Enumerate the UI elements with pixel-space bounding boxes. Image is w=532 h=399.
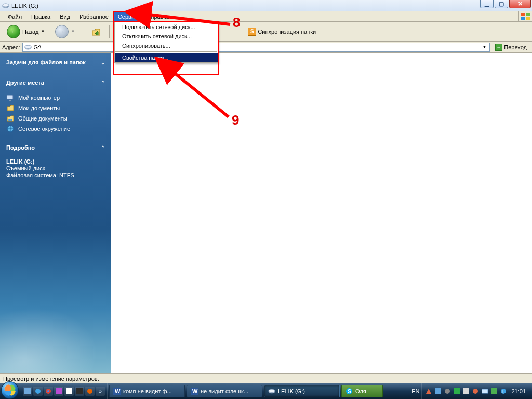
address-label: Адрес: xyxy=(2,44,20,50)
task-word-2[interactable]: W не видит флешк... xyxy=(187,385,262,397)
address-dropdown-icon[interactable]: ▼ xyxy=(481,45,488,49)
drive-icon xyxy=(268,388,275,395)
menu-file[interactable]: Файл xyxy=(3,11,26,21)
section-other-places-label: Другие места xyxy=(6,79,44,86)
task-label: не видит флешк... xyxy=(201,388,248,394)
sync-folder-button[interactable]: S Синхронизация папки xyxy=(248,28,316,36)
forward-arrow-icon: → xyxy=(55,25,69,38)
windows-flag-icon[interactable] xyxy=(518,11,532,21)
ql-ie[interactable] xyxy=(33,387,43,396)
menuitem-folder-options[interactable]: Свойства папки... xyxy=(115,53,218,62)
taskbar: » W комп не видит ф... W не видит флешк.… xyxy=(0,383,532,399)
svg-point-32 xyxy=(445,389,450,394)
section-details-head[interactable]: Подробно ⌃ xyxy=(6,144,105,151)
ql-app[interactable] xyxy=(64,387,74,396)
tray-icon[interactable] xyxy=(434,388,442,395)
back-dropdown-icon: ▼ xyxy=(41,29,45,34)
tray-icon[interactable]: i xyxy=(500,388,507,395)
section-other-places[interactable]: Другие места ⌃ xyxy=(6,79,105,86)
svg-rect-11 xyxy=(9,100,11,101)
svg-point-12 xyxy=(8,119,10,121)
section-file-tasks[interactable]: Задачи для файлов и папок ⌄ xyxy=(6,59,105,65)
menuitem-synchronize[interactable]: Синхронизовать... xyxy=(115,41,218,50)
back-label: Назад xyxy=(22,29,39,35)
menu-help[interactable]: Справка xyxy=(142,11,174,21)
svg-point-28 xyxy=(269,389,275,392)
menu-tools[interactable]: Сервис xyxy=(113,11,142,21)
language-indicator[interactable]: EN xyxy=(409,388,421,394)
task-label: комп не видит ф... xyxy=(123,388,172,394)
tray-icon[interactable] xyxy=(453,388,460,395)
toolbar-separator xyxy=(83,25,83,38)
back-arrow-icon: ← xyxy=(7,25,20,38)
svg-point-13 xyxy=(10,119,12,121)
svg-rect-34 xyxy=(463,388,469,394)
svg-rect-5 xyxy=(526,17,530,20)
address-bar: Адрес: G:\ ▼ → Переход xyxy=(0,42,532,53)
svg-rect-31 xyxy=(435,388,441,394)
svg-rect-4 xyxy=(521,17,525,20)
folder-content-area[interactable] xyxy=(111,53,532,373)
ql-show-desktop[interactable] xyxy=(23,387,32,396)
tasks-pane: Задачи для файлов и папок ⌄ Другие места… xyxy=(0,53,111,373)
task-skype[interactable]: S Оля xyxy=(341,385,383,397)
task-word-1[interactable]: W комп не видит ф... xyxy=(109,385,185,397)
window-titlebar: LELIK (G:) ▁ ▢ ✕ xyxy=(0,0,532,11)
details-title: LELIK (G:) xyxy=(6,158,105,165)
tray-icon[interactable] xyxy=(425,388,432,395)
tray-icon[interactable] xyxy=(490,388,498,395)
ql-firefox[interactable] xyxy=(85,387,95,396)
svg-point-18 xyxy=(47,390,49,392)
back-button[interactable]: ← Назад ▼ xyxy=(3,24,48,39)
window-title: LELIK (G:) xyxy=(11,3,530,9)
task-explorer[interactable]: LELIK (G:) xyxy=(264,385,340,397)
place-label: Общие документы xyxy=(18,115,68,122)
details-filesystem: Файловая система: NTFS xyxy=(6,172,105,178)
tray-icon[interactable] xyxy=(481,388,488,395)
taskbar-tasks: W комп не видит ф... W не видит флешк...… xyxy=(108,383,409,399)
ql-chevron[interactable]: » xyxy=(96,387,105,396)
go-label: Переход xyxy=(504,44,527,50)
svg-rect-2 xyxy=(521,13,525,16)
place-my-documents[interactable]: Мои документы xyxy=(6,104,105,112)
taskbar-clock[interactable]: 21:01 xyxy=(509,388,528,394)
svg-rect-21 xyxy=(76,388,83,394)
section-separator xyxy=(6,89,105,89)
place-my-computer[interactable]: Мой компьютер xyxy=(6,94,105,102)
menu-edit[interactable]: Правка xyxy=(26,11,55,21)
tray-icon[interactable] xyxy=(462,388,470,395)
status-text: Просмотр и изменение параметров. xyxy=(3,376,99,382)
go-button[interactable]: → Переход xyxy=(492,43,530,52)
word-icon: W xyxy=(191,388,198,395)
ql-app[interactable] xyxy=(54,387,63,396)
maximize-button[interactable]: ▢ xyxy=(495,0,508,8)
place-shared-documents[interactable]: Общие документы xyxy=(6,114,105,123)
place-label: Сетевое окружение xyxy=(18,126,70,132)
address-input[interactable]: G:\ ▼ xyxy=(22,43,490,52)
menuitem-disconnect-network[interactable]: Отключить сетевой диск... xyxy=(115,32,218,41)
forward-button[interactable]: → ▼ xyxy=(51,24,78,39)
tray-icon[interactable] xyxy=(472,388,479,395)
svg-point-35 xyxy=(473,389,478,394)
forward-dropdown-icon: ▼ xyxy=(71,29,75,34)
svg-rect-10 xyxy=(7,95,13,99)
toolbar-separator xyxy=(109,25,110,38)
ql-app[interactable] xyxy=(75,387,84,396)
ql-chrome[interactable] xyxy=(44,387,53,396)
menu-favorites[interactable]: Избранное xyxy=(75,11,113,21)
close-button[interactable]: ✕ xyxy=(509,0,531,8)
up-button[interactable] xyxy=(87,24,105,39)
menu-view[interactable]: Вид xyxy=(55,11,75,21)
system-tray: i 21:01 xyxy=(421,383,531,399)
drive-icon xyxy=(24,44,32,51)
menubar: Файл Правка Вид Избранное Сервис Справка xyxy=(0,11,532,22)
details-drive-type: Съемный диск xyxy=(6,165,105,171)
tray-icon[interactable] xyxy=(444,388,451,395)
documents-icon xyxy=(6,104,15,112)
svg-rect-19 xyxy=(56,388,62,394)
menuitem-map-network-drive[interactable]: Подключить сетевой диск... xyxy=(115,22,218,32)
place-network[interactable]: Сетевое окружение xyxy=(6,125,105,133)
start-button[interactable] xyxy=(1,381,19,399)
quick-launch: » xyxy=(21,383,108,399)
minimize-button[interactable]: ▁ xyxy=(480,0,494,8)
